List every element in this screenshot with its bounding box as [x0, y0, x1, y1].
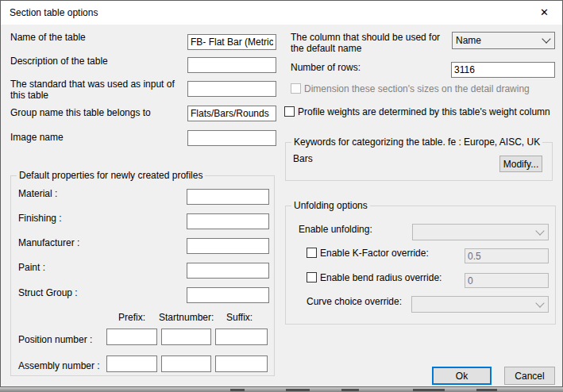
bend-radius-override-checkbox[interactable]	[307, 272, 317, 282]
titlebar[interactable]: Section table options ✕	[1, 1, 562, 25]
k-factor-override-checkbox[interactable]	[307, 248, 317, 258]
assembly-suffix-input[interactable]	[215, 355, 268, 372]
group-name-input[interactable]	[187, 106, 276, 121]
name-of-table-label: Name of the table	[10, 32, 86, 43]
bend-radius-override-label: Enable bend radius override:	[320, 272, 442, 283]
struct-group-label: Struct Group :	[18, 287, 78, 298]
suffix-column-header: Suffix:	[226, 312, 253, 323]
standard-label: The standard that was used as input of t…	[10, 79, 188, 101]
position-suffix-input[interactable]	[215, 329, 268, 345]
default-name-column-dropdown[interactable]: Name	[452, 32, 555, 49]
dimension-sizes-checkbox	[291, 83, 301, 94]
manufacturer-label: Manufacturer :	[18, 237, 79, 248]
keywords-group-title: Keywords for categorizing the table. fe …	[291, 136, 542, 148]
startnumber-column-header: Startnumber:	[159, 312, 214, 323]
k-factor-override-label: Enable K-Factor override:	[320, 248, 429, 259]
chevron-down-icon	[535, 226, 544, 235]
assembly-startnumber-input[interactable]	[161, 355, 211, 372]
number-of-rows-label: Number of rows:	[291, 62, 361, 73]
name-of-table-input[interactable]	[187, 34, 276, 50]
keywords-value: Bars	[293, 153, 313, 164]
standard-input[interactable]	[187, 81, 276, 97]
material-label: Material :	[18, 188, 57, 199]
material-input[interactable]	[187, 189, 269, 205]
position-startnumber-input[interactable]	[161, 329, 211, 345]
finishing-input[interactable]	[187, 213, 269, 229]
dimension-sizes-label: Dimension these section's sizes on the d…	[304, 83, 530, 94]
enable-unfolding-label: Enable unfolding:	[299, 224, 372, 235]
cancel-button[interactable]: Cancel	[504, 367, 555, 385]
k-factor-input	[465, 248, 549, 263]
background-strip	[0, 387, 563, 392]
profile-weights-checkbox[interactable]	[284, 106, 295, 117]
assembly-prefix-input[interactable]	[106, 355, 157, 372]
manufacturer-input[interactable]	[187, 238, 269, 254]
finishing-label: Finishing :	[18, 213, 62, 224]
assembly-number-label: Assembly number :	[18, 360, 100, 371]
section-table-options-dialog: Section table options ✕ Name of the tabl…	[0, 0, 563, 387]
chevron-down-icon	[542, 34, 550, 43]
position-number-label: Position number :	[18, 334, 92, 345]
unfolding-options-group-title: Unfolding options	[291, 200, 370, 211]
profile-weights-label: Profile weights are determined by this t…	[298, 106, 550, 117]
struct-group-input[interactable]	[187, 287, 269, 303]
enable-unfolding-dropdown[interactable]	[412, 224, 549, 240]
image-name-label: Image name	[10, 132, 64, 143]
number-of-rows-input[interactable]	[451, 62, 555, 78]
group-name-label: Group name this table belongs to	[10, 107, 151, 118]
position-prefix-input[interactable]	[106, 329, 157, 345]
close-icon: ✕	[540, 6, 549, 18]
description-input[interactable]	[187, 57, 276, 73]
close-button[interactable]: ✕	[526, 1, 562, 24]
default-name-column-value: Name	[456, 35, 481, 46]
ok-button[interactable]: Ok	[432, 367, 492, 385]
curve-choice-override-label: Curve choice override:	[307, 296, 402, 307]
bend-radius-input	[465, 273, 549, 288]
description-label: Description of the table	[10, 56, 108, 67]
image-name-input[interactable]	[187, 130, 276, 146]
modify-button[interactable]: Modify...	[499, 156, 542, 172]
paint-input[interactable]	[187, 263, 269, 279]
paint-label: Paint :	[18, 262, 45, 273]
default-properties-group-title: Default properties for newly created pro…	[17, 170, 205, 181]
curve-choice-dropdown[interactable]	[411, 296, 549, 313]
default-name-column-label: The column that should be used for the d…	[291, 32, 453, 54]
dialog-title: Section table options	[10, 7, 98, 18]
prefix-column-header: Prefix:	[118, 312, 145, 323]
chevron-down-icon	[535, 298, 544, 307]
